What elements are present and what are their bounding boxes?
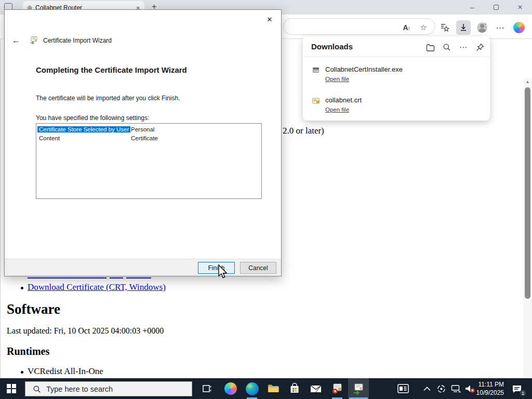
list-bullet: [21, 371, 23, 374]
page-scrollbar[interactable]: ▲ ▼: [523, 78, 532, 399]
window-close-button[interactable]: ✕: [508, 0, 532, 15]
setting-value: Certificate: [131, 135, 158, 141]
taskbar-clock[interactable]: 11:11 PM 10/9/2025: [472, 380, 504, 397]
mail-icon: [310, 383, 322, 394]
downloads-header: Downloads ⋯: [303, 36, 490, 57]
hidden-link-underline: [28, 277, 107, 278]
windows-logo-icon: [7, 384, 16, 393]
maximize-button[interactable]: [484, 0, 508, 15]
open-file-link[interactable]: Open file: [325, 107, 349, 113]
copilot-icon: [224, 382, 237, 395]
favorites-star-lines-icon: [440, 23, 449, 32]
dialog-close-button[interactable]: ✕: [262, 13, 277, 25]
notification-dot: [484, 22, 487, 25]
settings-intro-label: You have specified the following setting…: [36, 114, 149, 122]
avatar: [477, 22, 487, 33]
open-file-link[interactable]: Open file: [325, 76, 349, 82]
add-favorite-icon[interactable]: ☆: [418, 22, 429, 33]
action-center-button[interactable]: 1: [510, 383, 524, 394]
download-filename: CollabnetCertInstaller.exe: [325, 65, 403, 73]
favorites-icon[interactable]: [439, 22, 450, 33]
taskbar-store-button[interactable]: [284, 378, 305, 399]
download-certificate-link[interactable]: Download Certificate (CRT, Windows): [28, 282, 166, 292]
scroll-up-icon[interactable]: ▲: [523, 78, 532, 86]
task-view-button[interactable]: [196, 378, 217, 399]
download-icon: [459, 23, 468, 32]
back-arrow-icon[interactable]: ←: [12, 36, 20, 45]
edge-icon: [246, 382, 259, 395]
maximize-icon: [494, 5, 499, 10]
settings-more-icon[interactable]: ⋯: [495, 22, 506, 33]
runtimes-heading: Runtimes: [7, 345, 49, 357]
settings-row[interactable]: Certificate Store Selected by User Perso…: [36, 125, 261, 134]
hidden-link-underline: [126, 277, 151, 278]
address-bar[interactable]: [283, 18, 435, 35]
exe-file-icon: [312, 66, 320, 74]
taskbar-explorer-button[interactable]: [263, 378, 284, 399]
software-heading: Software: [7, 301, 60, 317]
tray-overflow-button[interactable]: [422, 384, 432, 393]
copilot-icon[interactable]: [513, 22, 525, 33]
pin-downloads-icon[interactable]: [474, 42, 486, 53]
dialog-footer: Finish Cancel: [5, 259, 281, 276]
setting-value: Personal: [131, 126, 154, 132]
dialog-title: Certificate Import Wizard: [43, 37, 112, 44]
list-bullet: [21, 287, 23, 289]
taskbar-search-input[interactable]: [46, 385, 176, 393]
taskbar-edge-button[interactable]: [242, 378, 262, 399]
scrollbar-thumb[interactable]: [525, 87, 530, 299]
taskbar-copilot-button[interactable]: [220, 378, 241, 399]
read-aloud-icon[interactable]: A): [401, 22, 412, 33]
settings-listbox[interactable]: Certificate Store Selected by User Perso…: [36, 123, 262, 199]
start-button[interactable]: [0, 378, 23, 399]
clock-date: 10/9/2025: [472, 389, 504, 397]
certificate-error-icon: [331, 382, 343, 395]
open-downloads-folder-icon[interactable]: [424, 42, 436, 53]
taskbar: 11:11 PM 10/9/2025 1: [0, 378, 532, 399]
last-updated-text: Last updated: Fri, 10 Oct 2025 04:00:03 …: [7, 326, 164, 336]
settings-row[interactable]: Content Certificate: [36, 134, 261, 142]
certificate-wizard-icon: [30, 36, 38, 46]
network-tray-icon[interactable]: [450, 383, 462, 394]
tray-circle-icon[interactable]: [435, 383, 447, 394]
chevron-up-icon: [423, 387, 431, 391]
file-explorer-icon: [267, 383, 280, 394]
search-icon: [33, 385, 41, 393]
certificate-import-wizard-dialog: ✕ ← Certificate Import Wizard Completing…: [4, 9, 282, 276]
notification-count-badge: 1: [520, 390, 526, 396]
downloads-flyout: Downloads ⋯ CollabnetCertInstaller.exe O…: [303, 36, 490, 121]
dialog-header: ← Certificate Import Wizard: [5, 33, 281, 48]
runtime-list-item: VCRedist All-In-One: [28, 366, 103, 377]
hidden-link-underline: [110, 277, 123, 278]
page-partial-text: 2.0 or later): [283, 126, 324, 136]
profile-button[interactable]: [476, 22, 488, 33]
setting-name-selected: Certificate Store Selected by User: [37, 126, 130, 132]
download-filename: collabnet.crt: [325, 96, 362, 104]
wizard-description: The certificate will be imported after y…: [36, 95, 180, 102]
cancel-button[interactable]: Cancel: [240, 262, 276, 274]
taskbar-cert-wizard-button[interactable]: [348, 378, 369, 399]
widgets-button[interactable]: [396, 382, 410, 395]
taskbar-mail-button[interactable]: [305, 378, 326, 399]
certificate-import-icon: [352, 382, 365, 395]
taskbar-certmgr-button[interactable]: [327, 378, 348, 399]
minimize-button[interactable]: –: [460, 0, 484, 15]
news-icon: [397, 384, 409, 393]
downloads-title: Downloads: [311, 42, 353, 51]
certificate-file-icon: [312, 97, 320, 105]
clock-time: 11:11 PM: [472, 380, 504, 389]
downloads-toolbar-button[interactable]: [456, 20, 471, 35]
microsoft-store-icon: [289, 383, 300, 394]
task-view-icon: [202, 383, 212, 394]
setting-name: Content: [37, 135, 61, 141]
window-controls: – ✕: [460, 0, 532, 15]
search-downloads-icon[interactable]: [441, 42, 453, 53]
taskbar-search-box[interactable]: [25, 381, 192, 396]
downloads-more-icon[interactable]: ⋯: [458, 42, 469, 53]
mouse-cursor: [217, 264, 228, 280]
wizard-heading: Completing the Certificate Import Wizard: [36, 65, 187, 74]
desktop: ⊕ Collabnet Router ✕ + – ✕ A) ☆ ⋯ 2.0 or…: [0, 0, 532, 399]
